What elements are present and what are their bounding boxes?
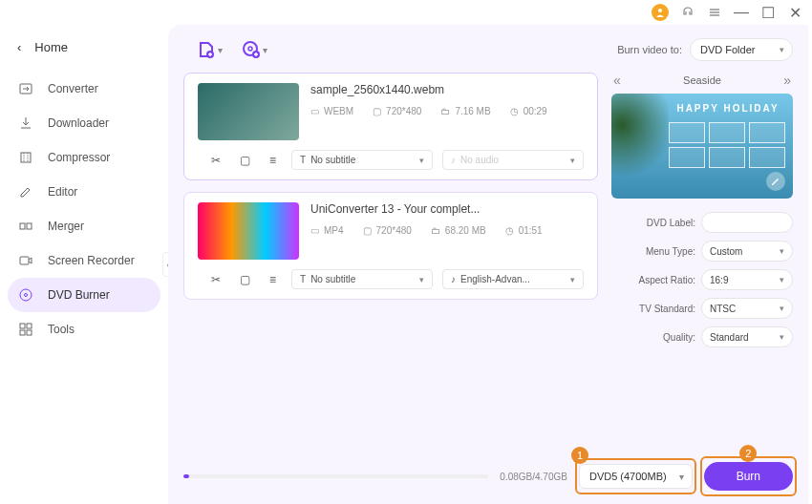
sidebar-item-dvdburner[interactable]: DVD Burner	[8, 278, 160, 312]
dvd-label-input[interactable]	[701, 212, 793, 233]
resolution-value: 720*480	[376, 225, 412, 236]
quality-select[interactable]: Standard	[701, 326, 793, 347]
more-icon[interactable]: ≡	[269, 154, 276, 167]
svg-rect-8	[20, 257, 29, 264]
converter-icon	[17, 80, 34, 97]
burn-to-value: DVD Folder	[700, 44, 755, 55]
crop-icon[interactable]: ▢	[240, 273, 250, 286]
svg-rect-5	[21, 153, 31, 162]
main-layout: ‹ Home Converter Downloader Compressor E…	[0, 25, 812, 504]
card-actions: ✂ ▢ ≡	[198, 154, 282, 167]
format-icon: ▭	[310, 225, 319, 236]
subtitle-value: No subtitle	[310, 274, 355, 284]
chevron-down-icon: ▾	[263, 45, 267, 55]
dvd-settings: DVD Label: Menu Type:Custom Aspect Ratio…	[611, 212, 793, 347]
chevron-left-icon: ‹	[17, 40, 21, 54]
edit-theme-icon[interactable]	[766, 172, 785, 191]
crop-icon[interactable]: ▢	[240, 154, 250, 167]
user-avatar-icon[interactable]	[652, 4, 669, 21]
menu-type-label: Menu Type:	[646, 246, 695, 257]
home-nav[interactable]: ‹ Home	[8, 32, 160, 62]
burn-to-select[interactable]: DVD Folder	[690, 38, 793, 61]
svg-point-0	[658, 9, 662, 12]
sidebar-item-converter[interactable]: Converter	[8, 72, 160, 106]
size-value: 68.20 MB	[445, 225, 486, 236]
size-icon: 🗀	[431, 225, 440, 236]
audio-select[interactable]: ♪No audio	[442, 150, 584, 170]
duration-icon: ◷	[510, 106, 519, 116]
format-value: MP4	[324, 225, 344, 236]
sidebar-item-screenrecorder[interactable]: Screen Recorder	[8, 243, 160, 278]
svg-point-10	[25, 294, 28, 297]
home-label: Home	[34, 40, 68, 54]
subtitle-select[interactable]: TNo subtitle	[291, 150, 433, 170]
audio-value: English-Advan...	[460, 274, 530, 284]
toolbar-left: ▾ ▾	[183, 40, 267, 59]
more-icon[interactable]: ≡	[269, 273, 276, 286]
toolbar: ▾ ▾ Burn video to: DVD Folder	[183, 38, 793, 61]
sidebar-item-merger[interactable]: Merger	[8, 209, 160, 243]
audio-value: No audio	[460, 155, 499, 165]
theme-prev-button[interactable]: «	[613, 73, 621, 88]
compress-icon	[17, 149, 34, 166]
size-value: 7.16 MB	[455, 106, 490, 116]
tools-icon	[17, 321, 34, 338]
video-thumbnail[interactable]	[198, 83, 299, 140]
theme-name: Seaside	[683, 74, 721, 86]
audio-select[interactable]: ♪English-Advan...	[442, 269, 584, 289]
file-card: UniConverter 13 - Your complet... ▭MP4 ▢…	[183, 192, 598, 300]
dvd-icon	[17, 286, 34, 304]
close-button[interactable]: ✕	[787, 5, 802, 20]
trim-icon[interactable]: ✂	[211, 154, 221, 167]
sidebar-item-label: Downloader	[48, 116, 109, 130]
add-file-button[interactable]: ▾	[197, 40, 223, 59]
svg-rect-6	[20, 223, 25, 229]
footer: 0.08GB/4.70GB 1 DVD5 (4700MB) 2 Burn	[183, 452, 793, 491]
svg-rect-11	[20, 324, 25, 328]
sidebar-item-label: Screen Recorder	[48, 254, 135, 267]
right-pane: « Seaside » HAPPY HOLIDAY DVD Label: Men…	[611, 73, 793, 452]
body-row: sample_2560x1440.webm ▭WEBM ▢720*480 🗀7.…	[183, 73, 793, 452]
maximize-button[interactable]: ☐	[760, 5, 776, 20]
dvd-label-label: DVD Label:	[647, 218, 695, 228]
subtitle-select[interactable]: TNo subtitle	[291, 269, 433, 289]
sidebar-item-tools[interactable]: Tools	[8, 312, 160, 346]
format-value: WEBM	[324, 106, 353, 116]
duration-value: 01:51	[519, 225, 543, 236]
highlight-badge-2: 2	[739, 445, 757, 462]
support-icon[interactable]	[680, 5, 695, 20]
content-area: ▾ ▾ Burn video to: DVD Folder sample_256…	[168, 25, 808, 504]
menu-icon[interactable]	[707, 5, 722, 20]
duration-value: 00:29	[524, 106, 547, 116]
disc-type-select[interactable]: DVD5 (4700MB)	[579, 464, 693, 489]
aspect-ratio-select[interactable]: 16:9	[701, 269, 793, 290]
file-list: sample_2560x1440.webm ▭WEBM ▢720*480 🗀7.…	[183, 73, 598, 452]
resolution-icon: ▢	[373, 106, 381, 116]
card-actions: ✂ ▢ ≡	[198, 273, 282, 286]
add-disc-button[interactable]: ▾	[242, 40, 267, 59]
tv-standard-select[interactable]: NTSC	[701, 298, 793, 319]
theme-preview[interactable]: HAPPY HOLIDAY	[611, 94, 793, 199]
sidebar-item-downloader[interactable]: Downloader	[8, 106, 160, 140]
size-icon: 🗀	[440, 106, 450, 116]
resolution-icon: ▢	[363, 225, 372, 236]
video-thumbnail[interactable]	[198, 202, 299, 260]
file-meta: ▭WEBM ▢720*480 🗀7.16 MB ◷00:29	[310, 106, 584, 116]
menu-type-select[interactable]: Custom	[701, 241, 793, 262]
format-icon: ▭	[310, 106, 319, 116]
tv-standard-label: TV Standard:	[639, 304, 695, 314]
theme-next-button[interactable]: »	[783, 73, 791, 88]
download-icon	[17, 115, 34, 132]
minimize-button[interactable]: —	[734, 5, 749, 20]
audio-icon: ♪	[451, 155, 456, 165]
subtitle-icon: T	[300, 155, 306, 165]
duration-icon: ◷	[505, 225, 514, 236]
trim-icon[interactable]: ✂	[211, 273, 221, 286]
sidebar-item-compressor[interactable]: Compressor	[8, 140, 160, 175]
disc-usage-text: 0.08GB/4.70GB	[500, 472, 567, 482]
burn-button[interactable]: Burn	[704, 462, 793, 491]
svg-point-17	[248, 47, 252, 51]
sidebar-item-editor[interactable]: Editor	[8, 175, 160, 209]
disc-usage-progress	[183, 474, 488, 478]
toolbar-right: Burn video to: DVD Folder	[617, 38, 793, 61]
